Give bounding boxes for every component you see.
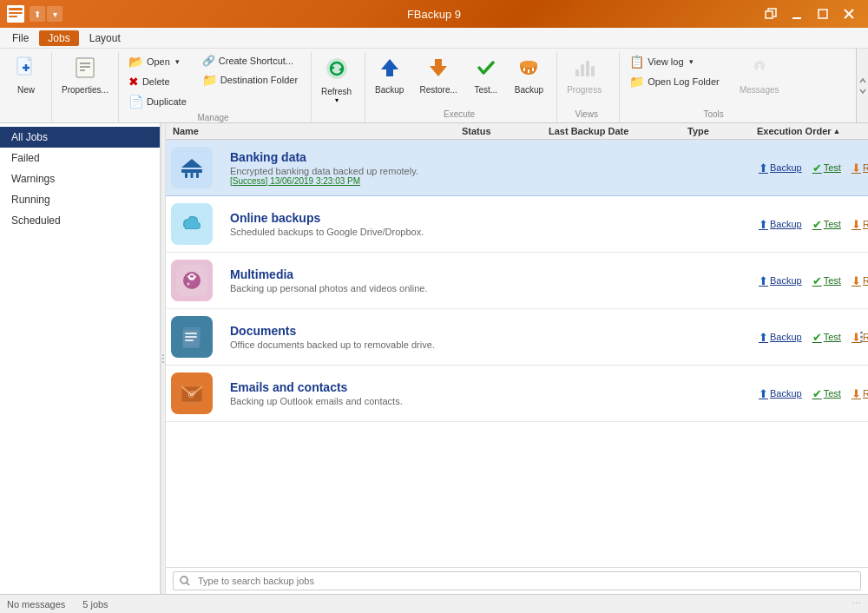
menu-jobs[interactable]: Jobs	[39, 30, 78, 46]
restore-execute-icon	[426, 56, 450, 83]
svg-marker-21	[430, 59, 447, 76]
multimedia-restore-btn[interactable]: ⬇ Restore	[852, 274, 868, 287]
open-button[interactable]: 📂 Open ▾	[122, 52, 193, 71]
properties-icon	[73, 56, 97, 83]
ribbon-group-new: New	[3, 52, 52, 122]
svg-rect-1	[9, 8, 23, 10]
emails-restore-btn[interactable]: ⬇ Restore	[852, 387, 868, 400]
backup2-execute-button[interactable]: Backup	[509, 52, 549, 98]
banking-backup-btn[interactable]: ⬆ Backup	[759, 161, 802, 175]
delete-button[interactable]: ✖ Delete	[122, 72, 193, 91]
col-type[interactable]: Type	[687, 126, 757, 136]
ribbon-group-props: Properties...	[52, 52, 119, 122]
close-btn[interactable]	[837, 4, 861, 23]
sidebar-item-running[interactable]: Running	[0, 189, 160, 210]
col-last-backup[interactable]: Last Backup Date	[549, 126, 687, 136]
view-log-button[interactable]: 📋 View log ▾	[623, 52, 726, 71]
sidebar-item-failed[interactable]: Failed	[0, 148, 160, 168]
online-desc: Scheduled backups to Google Drive/Dropbo…	[230, 227, 457, 237]
open-log-icon: 📁	[629, 75, 644, 89]
sort-icon: ▲	[833, 127, 841, 135]
test-execute-button[interactable]: Test...	[467, 52, 505, 98]
online-name: Online backups	[230, 211, 457, 225]
ribbon-group-manage: 📂 Open ▾ ✖ Delete 📄 Duplicate 🔗 Create S…	[119, 52, 312, 122]
multimedia-backup-btn[interactable]: ⬆ Backup	[759, 274, 802, 287]
restore-execute-button[interactable]: Restore...	[413, 52, 463, 98]
banking-test-icon: ✔	[812, 161, 822, 175]
svg-rect-35	[181, 169, 202, 173]
ribbon: New Properties...	[0, 49, 868, 123]
emails-name: Emails and contacts	[230, 380, 457, 394]
banking-restore-btn[interactable]: ⬇ Restore	[852, 161, 868, 175]
multimedia-icon	[171, 260, 213, 301]
create-shortcut-button[interactable]: 🔗 Create Shortcut...	[196, 52, 304, 69]
sidebar: All Jobs Failed Warnings Running Schedul…	[0, 123, 161, 594]
documents-name: Documents	[230, 324, 457, 338]
open-log-button[interactable]: 📁 Open Log Folder	[623, 72, 726, 91]
emails-backup-icon: ⬆	[759, 387, 768, 400]
title-bar-arrows[interactable]: ⬆ ▾	[30, 6, 62, 22]
properties-button[interactable]: Properties...	[56, 52, 115, 98]
documents-context-menu[interactable]	[857, 328, 866, 346]
emails-info: Emails and contacts Backing up Outlook e…	[223, 380, 464, 406]
menu-layout[interactable]: Layout	[81, 30, 129, 46]
col-status[interactable]: Status	[462, 126, 549, 136]
online-test-btn[interactable]: ✔ Test	[812, 218, 841, 231]
restore-btn[interactable]	[759, 4, 783, 23]
duplicate-label: Duplicate	[147, 96, 187, 107]
multimedia-backup-icon: ⬆	[759, 274, 768, 287]
open-log-label: Open Log Folder	[648, 76, 720, 87]
duplicate-button[interactable]: 📄 Duplicate	[122, 92, 193, 111]
ribbon-props-content: Properties...	[56, 52, 115, 117]
backup-execute-label: Backup	[375, 85, 404, 95]
destination-folder-button[interactable]: 📁 Destination Folder	[196, 70, 304, 89]
progress-button[interactable]: Progress	[561, 52, 608, 98]
multimedia-test-btn[interactable]: ✔ Test	[812, 274, 841, 287]
svg-rect-38	[191, 173, 194, 178]
sidebar-item-scheduled[interactable]: Scheduled	[0, 210, 160, 231]
new-button[interactable]: New	[7, 52, 45, 98]
multimedia-test-label: Test	[824, 275, 841, 286]
search-input[interactable]	[173, 571, 861, 590]
open-icon: 📂	[128, 55, 143, 69]
online-backup-btn[interactable]: ⬆ Backup	[759, 218, 802, 231]
emails-test-btn[interactable]: ✔ Test	[812, 387, 841, 400]
job-row-emails[interactable]: @ Emails and contacts Backing up Outlook…	[166, 366, 868, 422]
job-row-multimedia[interactable]: Multimedia Backing up personal photos an…	[166, 253, 868, 309]
dropdown-arrow[interactable]: ▾	[47, 6, 62, 22]
banking-status[interactable]: [Success] 13/06/2019 3:23:03 PM	[230, 176, 457, 186]
col-execution-order[interactable]: Execution Order ▲	[757, 126, 861, 136]
backup-execute-button[interactable]: Backup	[369, 52, 410, 98]
job-list-scroll[interactable]: Banking data Encrypted banking data back…	[166, 140, 868, 567]
emails-backup-btn[interactable]: ⬆ Backup	[759, 387, 802, 400]
dot1	[860, 332, 863, 334]
emails-desc: Backing up Outlook emails and contacts.	[230, 396, 457, 406]
svg-rect-32	[758, 64, 761, 66]
refresh-button[interactable]: Refresh ▾	[315, 52, 358, 108]
emails-test-icon: ✔	[812, 387, 822, 400]
manage-group-label: Manage	[122, 113, 304, 122]
status-bar: No messages 5 jobs ⋯	[0, 594, 868, 613]
sidebar-item-all-jobs[interactable]: All Jobs	[0, 127, 160, 148]
messages-button[interactable]: Messages	[729, 52, 790, 98]
new-label: New	[17, 85, 35, 95]
documents-backup-btn[interactable]: ⬆ Backup	[759, 331, 802, 344]
documents-test-btn[interactable]: ✔ Test	[812, 331, 841, 344]
col-name[interactable]: Name	[173, 126, 462, 136]
job-row-banking[interactable]: Banking data Encrypted banking data back…	[166, 140, 868, 196]
banking-test-btn[interactable]: ✔ Test	[812, 161, 841, 175]
online-restore-btn[interactable]: ⬇ Restore	[852, 218, 868, 231]
menu-bar: File Jobs Layout	[0, 28, 868, 49]
manage-side-btns: 🔗 Create Shortcut... 📁 Destination Folde…	[196, 52, 304, 111]
menu-file[interactable]: File	[3, 30, 37, 46]
banking-restore-label: Restore	[863, 162, 868, 173]
maximize-btn[interactable]	[811, 4, 835, 23]
job-row-documents[interactable]: Documents Office documents backed up to …	[166, 309, 868, 366]
ribbon-scroll[interactable]	[856, 49, 868, 122]
job-row-online[interactable]: Online backups Scheduled backups to Goog…	[166, 196, 868, 253]
back-arrow[interactable]: ⬆	[30, 6, 45, 22]
job-list-area: Name Status Last Backup Date Type Execut…	[166, 123, 868, 594]
ribbon-views-content: Progress	[561, 52, 612, 108]
sidebar-item-warnings[interactable]: Warnings	[0, 168, 160, 189]
minimize-btn[interactable]	[785, 4, 809, 23]
